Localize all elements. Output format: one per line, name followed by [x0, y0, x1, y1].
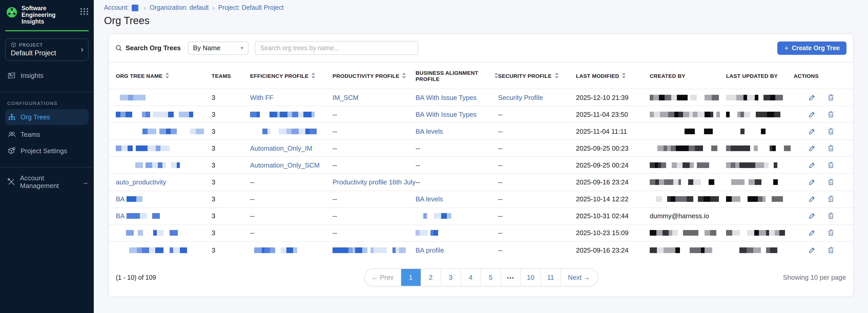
sidebar-item-teams[interactable]: Teams: [0, 126, 94, 143]
cell-link[interactable]: With FF: [250, 93, 273, 101]
page-button-2[interactable]: 2: [421, 269, 441, 286]
edit-button[interactable]: [808, 145, 816, 152]
cell-name[interactable]: BA: [116, 212, 212, 220]
sort-icon[interactable]: [402, 73, 406, 79]
delete-button[interactable]: [827, 178, 835, 186]
column-header-productivity-profile[interactable]: PRODUCTIVITY PROFILE: [333, 72, 415, 79]
breadcrumb-project-link[interactable]: Project: Default Project: [218, 4, 284, 11]
sort-icon[interactable]: [494, 73, 498, 79]
cell-created: [650, 196, 726, 202]
page-button-11[interactable]: 11: [541, 269, 561, 286]
column-header-security-profile[interactable]: SECURITY PROFILE: [498, 72, 576, 79]
cell-actions: [794, 229, 846, 237]
cell-link[interactable]: BA: [116, 212, 125, 220]
cell-security: --: [498, 212, 576, 220]
sort-icon[interactable]: [622, 73, 626, 79]
delete-button[interactable]: [827, 246, 835, 254]
app-switcher-grid-icon[interactable]: [81, 8, 89, 15]
cell-modified: 2025-09-25 00:23: [576, 145, 650, 152]
cell-link[interactable]: Automation_Only_IM: [250, 145, 312, 152]
edit-button[interactable]: [808, 127, 816, 135]
sort-icon[interactable]: [312, 73, 315, 79]
cell-name[interactable]: [116, 247, 212, 253]
sidebar-item-project-settings[interactable]: Project Settings: [0, 143, 94, 159]
cell-name[interactable]: [116, 128, 212, 134]
edit-button[interactable]: [808, 93, 816, 101]
redacted-text: [116, 112, 193, 117]
breadcrumb-account-link[interactable]: Account:: [104, 4, 129, 11]
prev-page-button[interactable]: ← Prev: [365, 269, 401, 286]
sort-icon[interactable]: [166, 73, 169, 79]
cell-name[interactable]: [116, 112, 212, 117]
page-button-5[interactable]: 5: [481, 269, 501, 286]
delete-button[interactable]: [827, 161, 835, 169]
cell-link[interactable]: BA levels: [415, 127, 443, 135]
column-header-teams: TEAMS: [212, 72, 250, 79]
sidebar-item-insights[interactable]: Insights: [0, 67, 94, 84]
cell-text: --: [415, 178, 420, 186]
cell-link[interactable]: IM_SCM: [333, 93, 359, 101]
cell-created: [650, 230, 726, 236]
edit-button[interactable]: [808, 161, 816, 169]
edit-button[interactable]: [808, 246, 816, 254]
next-page-button[interactable]: Next →: [561, 269, 597, 286]
cell-security: --: [498, 178, 576, 186]
search-filter-value: By Name: [193, 44, 220, 52]
cell-name[interactable]: [116, 230, 212, 236]
cell-link[interactable]: Security Profile: [498, 93, 543, 101]
cell-link[interactable]: BA: [116, 195, 125, 203]
cell-name[interactable]: BA: [116, 195, 212, 203]
project-selector[interactable]: PROJECT Default Project ›: [5, 38, 89, 61]
column-header-org-tree-name[interactable]: ORG TREE NAME: [116, 72, 212, 79]
main-content: Account: › Organization: default › Proje…: [94, 0, 868, 313]
search-filter-select[interactable]: By Name ▾: [188, 41, 248, 55]
cell-link[interactable]: Productivity profile 16th July: [333, 178, 415, 186]
edit-button[interactable]: [808, 195, 816, 203]
create-org-tree-button[interactable]: + Create Org Tree: [778, 41, 846, 55]
sidebar-item-account-management[interactable]: Account Management→: [0, 174, 94, 190]
delete-button[interactable]: [827, 195, 835, 203]
column-header-efficiency-profile[interactable]: EFFICIENCY PROFILE: [250, 72, 333, 79]
cell-name[interactable]: [116, 95, 212, 100]
cell-name[interactable]: [116, 146, 212, 151]
column-header-label: CREATED BY: [650, 72, 685, 79]
cell-link[interactable]: BA With Issue Types: [415, 93, 476, 101]
delete-button[interactable]: [827, 229, 835, 237]
cell-efficiency: [250, 247, 333, 253]
page-button-4[interactable]: 4: [461, 269, 481, 286]
cell-name[interactable]: [116, 162, 212, 168]
cell-link[interactable]: BA profile: [415, 246, 444, 254]
delete-button[interactable]: [827, 212, 835, 220]
delete-button[interactable]: [827, 111, 835, 118]
cube-icon: [11, 42, 17, 48]
delete-button[interactable]: [827, 145, 835, 152]
breadcrumb-organization-link[interactable]: Organization: default: [150, 4, 209, 11]
cell-productivity: --: [333, 195, 415, 203]
page-number: 11: [547, 274, 554, 281]
cell-link[interactable]: auto_productivity: [116, 178, 166, 186]
search-input[interactable]: [254, 41, 418, 55]
column-header-business-alignment-profile[interactable]: BUSINESS ALIGNMENT PROFILE: [415, 69, 498, 82]
delete-button[interactable]: [827, 127, 835, 135]
redacted-text: [736, 128, 778, 134]
cell-text: 3: [212, 161, 215, 169]
cell-link[interactable]: BA levels: [415, 195, 443, 203]
delete-button[interactable]: [827, 93, 835, 101]
sort-icon[interactable]: [555, 73, 558, 79]
cell-modified: 2025-09-16 23:24: [576, 178, 650, 186]
edit-button[interactable]: [808, 212, 816, 220]
edit-button[interactable]: [808, 111, 816, 118]
sidebar-item-org-trees[interactable]: Org Trees: [5, 109, 89, 125]
edit-button[interactable]: [808, 178, 816, 186]
cell-link[interactable]: Automation_Only_SCM: [250, 161, 320, 169]
page-button-3[interactable]: 3: [441, 269, 461, 286]
page-button-1[interactable]: 1: [401, 269, 421, 286]
edit-button[interactable]: [808, 229, 816, 237]
cell-text: --: [498, 178, 502, 186]
cell-business: BA levels: [415, 127, 498, 135]
cell-name[interactable]: auto_productivity: [116, 178, 212, 186]
cell-link[interactable]: BA With Issue Types: [415, 111, 476, 118]
redacted-text: [726, 196, 783, 202]
page-button-10[interactable]: 10: [521, 269, 541, 286]
column-header-last-modified[interactable]: LAST MODIFIED: [576, 72, 650, 79]
